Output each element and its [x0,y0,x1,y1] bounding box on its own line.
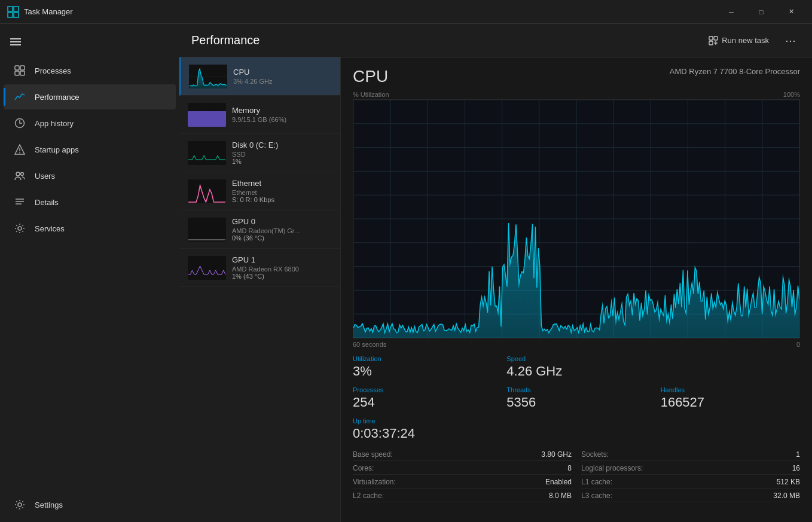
info-row: L1 cache:512 KB [581,476,800,489]
content-area: CPU 3% 4.26 GHz Memory 9.9/15.1 GB (66%) [179,57,812,522]
cpu-info: CPU 3% 4.26 GHz [233,68,332,85]
ethernet-info: Ethernet Ethernet S: 0 R: 0 Kbps [232,179,332,203]
device-item-memory[interactable]: Memory 9.9/15.1 GB (66%) [179,96,340,134]
startup-icon [13,143,26,156]
empty-stat [661,355,800,379]
app-history-icon [13,117,26,130]
info-row: Sockets:1 [581,448,800,461]
info-val: 16 [792,464,800,472]
info-row: L3 cache:32.0 MB [581,490,800,502]
gpu0-val: 0% (36 °C) [232,234,332,242]
utilization-label: Utilization [353,355,492,362]
device-item-disk[interactable]: Disk 0 (C: E:) SSD 1% [179,134,340,172]
cpu-sub: 3% 4.26 GHz [233,78,332,85]
disk-name: Disk 0 (C: E:) [232,141,332,149]
speed-label: Speed [506,355,646,362]
sidebar-item-startup[interactable]: Startup apps [4,137,176,162]
run-task-icon [709,36,718,45]
gpu0-info: GPU 0 AMD Radeon(TM) Gr... 0% (36 °C) [232,217,332,242]
info-val: 1 [796,450,800,459]
svg-point-14 [19,152,20,154]
disk-sub: SSD [232,151,332,158]
run-new-task-button[interactable]: Run new task [701,32,776,49]
details-label: Details [35,198,59,207]
info-val: 8.0 MB [549,492,572,500]
svg-rect-2 [8,13,13,17]
gpu1-sub: AMD Radeon RX 6800 [232,265,332,273]
device-item-cpu[interactable]: CPU 3% 4.26 GHz [179,57,340,96]
sidebar-item-app-history[interactable]: App history [4,111,176,136]
sidebar-item-users[interactable]: Users [4,163,176,188]
info-val: 512 KB [777,478,800,486]
detail-model: AMD Ryzen 7 7700 8-Core Processor [670,67,800,76]
users-icon [13,169,26,182]
settings-icon [13,498,26,511]
header-actions: Run new task ⋯ [701,31,800,50]
ethernet-val: S: 0 R: 0 Kbps [232,196,332,203]
ethernet-thumbnail [188,179,226,203]
uptime-label: Up time [353,417,492,425]
handles-label: Handles [661,386,800,393]
gpu1-info: GPU 1 AMD Radeon RX 6800 1% (43 °C) [232,255,332,280]
sidebar-item-performance[interactable]: Performance [4,84,176,109]
handles-value: 166527 [661,395,800,410]
ethernet-sub: Ethernet [232,189,332,196]
cpu-info-table: Base speed:3.80 GHzSockets:1Cores:8Logic… [353,448,800,502]
run-new-task-label: Run new task [722,36,769,45]
y-axis-max: 100% [783,91,800,98]
stats-grid: Utilization 3% Speed 4.26 GHz Processes … [353,355,800,441]
gpu0-sub: AMD Radeon(TM) Gr... [232,227,332,234]
threads-label: Threads [506,386,646,393]
info-row: Virtualization:Enabled [353,476,572,489]
sidebar-item-services[interactable]: Services [4,216,176,241]
uptime-stat: Up time 0:03:37:24 [353,417,492,441]
services-label: Services [35,224,65,233]
titlebar: Task Manager ─ □ ✕ [0,0,812,24]
sidebar: Processes Performance App history [0,24,179,522]
performance-label: Performance [35,93,79,102]
memory-info: Memory 9.9/15.1 GB (66%) [232,106,332,123]
maximize-button[interactable]: □ [747,2,775,22]
device-item-ethernet[interactable]: Ethernet Ethernet S: 0 R: 0 Kbps [179,172,340,210]
svg-point-20 [18,227,22,230]
svg-rect-24 [709,41,713,45]
svg-point-15 [16,172,20,176]
y-axis-label: % Utilization [353,91,389,98]
speed-value: 4.26 GHz [506,364,646,379]
ethernet-name: Ethernet [232,179,332,188]
gpu1-name: GPU 1 [232,255,332,264]
performance-icon [13,90,26,103]
uptime-value: 0:03:37:24 [353,426,492,441]
time-end-label: 0 [796,341,800,348]
window-title: Task Manager [24,7,73,16]
time-start-label: 60 seconds [353,341,386,348]
cpu-name: CPU [233,68,332,77]
window-controls: ─ □ ✕ [718,2,805,22]
cpu-chart-container [353,99,800,338]
info-key: L1 cache: [581,478,612,486]
speed-stat: Speed 4.26 GHz [506,355,646,379]
info-val: Enabled [545,478,572,486]
main-panel: Performance Run new task ⋯ [179,24,812,522]
info-key: Cores: [353,464,374,472]
device-item-gpu1[interactable]: GPU 1 AMD Radeon RX 6800 1% (43 °C) [179,249,340,287]
more-options-button[interactable]: ⋯ [781,31,800,50]
info-key: Virtualization: [353,478,396,486]
svg-rect-9 [15,71,19,75]
utilization-value: 3% [353,364,492,379]
sidebar-item-processes[interactable]: Processes [4,58,176,83]
svg-rect-22 [709,36,713,40]
hamburger-button[interactable] [5,31,26,53]
processes-label: Processes [353,386,492,393]
info-key: L2 cache: [353,492,384,500]
close-button[interactable]: ✕ [777,2,805,22]
disk-info: Disk 0 (C: E:) SSD 1% [232,141,332,165]
sidebar-item-settings[interactable]: Settings [4,492,176,517]
minimize-button[interactable]: ─ [718,2,745,22]
handles-stat: Handles 166527 [661,386,800,410]
device-item-gpu0[interactable]: GPU 0 AMD Radeon(TM) Gr... 0% (36 °C) [179,210,340,249]
settings-label: Settings [35,500,63,509]
sidebar-item-details[interactable]: Details [4,190,176,215]
info-row: Base speed:3.80 GHz [353,448,572,461]
app-history-label: App history [35,119,74,128]
